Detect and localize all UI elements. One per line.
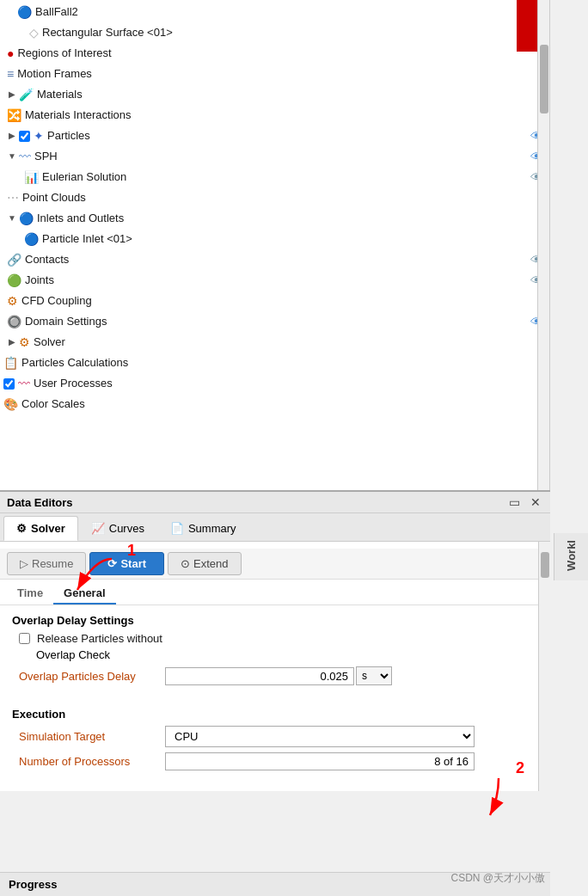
overlap-delay-unit[interactable]: s ms (356, 666, 392, 685)
tree-label-materials: Materials (37, 86, 549, 103)
tree-item-cfd-coupling[interactable]: ⚙ CFD Coupling (0, 291, 549, 311)
close-button[interactable]: ✕ (528, 495, 543, 509)
tree-item-particles-calculations[interactable]: 📋 Particles Calculations (0, 353, 549, 373)
maximize-button[interactable]: ▭ (506, 495, 523, 509)
inlets-icon: 🔵 (19, 210, 34, 227)
overlap-delay-label: Overlap Particles Delay (19, 670, 165, 683)
tree-label-regions: Regions of Interest (17, 45, 549, 62)
expand-materials[interactable]: ▶ (7, 86, 17, 103)
tree-item-domain-settings[interactable]: 🔘 Domain Settings 👁 (0, 311, 549, 332)
panel-scrollbar[interactable] (538, 542, 550, 791)
tree-item-eulerian[interactable]: 📊 Eulerian Solution 👁 (0, 167, 549, 187)
progress-label: Progress (9, 878, 57, 891)
tree-label-sph: SPH (34, 148, 530, 165)
tree-item-materials[interactable]: ▶ 🧪 Materials (0, 84, 549, 105)
rect-surface-icon: ◇ (29, 24, 39, 41)
particles-calc-icon: 📋 (3, 354, 18, 371)
tree-label-particles-calc: Particles Calculations (21, 354, 549, 371)
tree-label-solver: Solver (34, 334, 549, 351)
content-area: 1 ▷ Resume ⟳ Start (0, 542, 550, 791)
tree-item-regions-of-interest[interactable]: ● Regions of Interest (0, 43, 549, 64)
tree-label-particle-inlet: Particle Inlet <01> (42, 230, 549, 248)
tree-item-ballfall2[interactable]: 🔵 BallFall2 👁 (0, 2, 549, 22)
red-corner-decoration (517, 0, 537, 52)
expand-sph[interactable]: ▼ (7, 148, 17, 165)
panel-scrollbar-thumb[interactable] (541, 552, 549, 578)
tab-solver[interactable]: ⚙ Solver (3, 516, 78, 541)
tree-item-materials-interactions[interactable]: 🔀 Materials Interactions (0, 105, 549, 126)
curves-tab-icon: 📈 (91, 522, 105, 535)
motion-icon: ≡ (7, 65, 14, 83)
tab-curves[interactable]: 📈 Curves (78, 516, 157, 541)
tree-label-eulerian: Eulerian Solution (42, 169, 530, 186)
tree-item-contacts[interactable]: 🔗 Contacts 👁 (0, 249, 549, 270)
tree-scrollbar[interactable] (537, 0, 549, 490)
tree-label-color-scales: Color Scales (21, 396, 549, 413)
tree-label-joints: Joints (25, 272, 530, 289)
expand-solver[interactable]: ▶ (7, 334, 17, 351)
user-processes-icon: 〰 (18, 375, 30, 392)
tree-item-user-processes[interactable]: 〰 User Processes (0, 373, 549, 394)
tree-item-point-clouds[interactable]: ⋯ Point Clouds (0, 187, 549, 208)
solver-tab-icon: ⚙ (16, 522, 27, 535)
data-editors-header: Data Editors ▭ ✕ (0, 492, 550, 513)
expand-particles[interactable]: ▶ (7, 127, 17, 144)
overlap-delay-input[interactable] (165, 667, 354, 685)
regions-icon: ● (7, 45, 14, 62)
workl-label: Workl (554, 533, 588, 580)
tree-item-rect-surface[interactable]: ◇ Rectangular Surface <01> 👁 (0, 22, 549, 43)
eulerian-icon: 📊 (24, 169, 39, 186)
expand-inlets[interactable]: ▼ (7, 210, 17, 227)
tree-panel: 🔵 BallFall2 👁 ◇ Rectangular Surface <01>… (0, 0, 550, 490)
execution-section: 2 Execution Simulation Target CPU GPU (0, 699, 550, 784)
tree-item-particle-inlet[interactable]: 🔵 Particle Inlet <01> (0, 229, 549, 249)
sim-target-label: Simulation Target (19, 730, 165, 743)
materials-icon: 🧪 (19, 86, 34, 103)
tree-item-joints[interactable]: 🟢 Joints 👁 (0, 270, 549, 291)
tree-label-rect-surface: Rectangular Surface <01> (42, 24, 530, 41)
tree-label-mat-interactions: Materials Interactions (25, 107, 549, 124)
watermark: CSDN @天才小小傲 (450, 871, 545, 886)
release-particles-checkbox[interactable] (19, 633, 30, 644)
release-label-line1: Release Particles without (37, 632, 162, 645)
toolbar-row: 1 ▷ Resume ⟳ Start (0, 549, 550, 580)
execution-title: Execution (12, 708, 538, 721)
particle-inlet-icon: 🔵 (24, 230, 39, 248)
solver-tab-label: Solver (31, 522, 65, 535)
tree-item-motion-frames[interactable]: ≡ Motion Frames (0, 64, 549, 84)
data-editors-title: Data Editors (7, 496, 73, 509)
joints-icon: 🟢 (7, 272, 21, 289)
contacts-icon: 🔗 (7, 251, 21, 268)
tree-item-particles[interactable]: ▶ ✦ Particles 👁 (0, 126, 549, 146)
overlap-delay-row: Overlap Particles Delay s ms (12, 666, 538, 685)
sim-target-row: Simulation Target CPU GPU (12, 726, 538, 747)
tree-label-motion: Motion Frames (17, 65, 549, 83)
extend-icon: ⊙ (181, 557, 190, 570)
tree-scrollbar-thumb[interactable] (540, 45, 548, 114)
tab-summary[interactable]: 📄 Summary (157, 516, 249, 541)
sub-tab-time[interactable]: Time (7, 583, 53, 604)
tree-item-solver[interactable]: ▶ ⚙ Solver (0, 332, 549, 353)
overlap-delay-section: Overlap Delay Settings Release Particles… (0, 605, 550, 699)
sim-target-select[interactable]: CPU GPU (165, 726, 475, 747)
user-processes-checkbox[interactable] (3, 378, 15, 390)
tree-label-point-clouds: Point Clouds (22, 189, 549, 206)
tree-item-color-scales[interactable]: 🎨 Color Scales (0, 394, 549, 414)
tree-item-sph[interactable]: ▼ 〰 SPH 👁 (0, 146, 549, 167)
domain-icon: 🔘 (7, 313, 21, 330)
extend-button[interactable]: ⊙ Extend (168, 552, 241, 575)
summary-tab-label: Summary (188, 522, 236, 535)
tree-item-inlets-outlets[interactable]: ▼ 🔵 Inlets and Outlets (0, 208, 549, 229)
tabs-bar: ⚙ Solver 📈 Curves 📄 Summary (0, 513, 550, 542)
annotation-arrow-2 (473, 776, 524, 822)
color-scales-icon: 🎨 (3, 396, 18, 413)
particles-checkbox[interactable] (19, 131, 30, 142)
processors-label: Number of Processors (19, 755, 165, 768)
extend-label: Extend (193, 557, 228, 570)
curves-tab-label: Curves (109, 522, 144, 535)
tree-label-particles: Particles (47, 127, 530, 144)
sub-tab-time-label: Time (17, 586, 43, 599)
processors-spinner[interactable] (165, 752, 475, 770)
workl-text: Workl (565, 540, 578, 571)
ballfall2-icon: 🔵 (17, 3, 32, 21)
